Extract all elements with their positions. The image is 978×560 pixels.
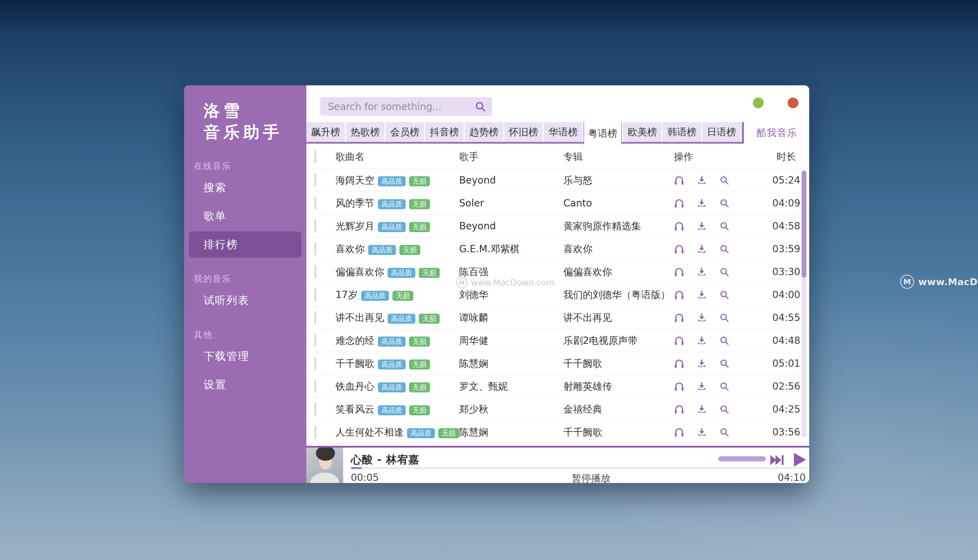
listen-icon[interactable] <box>674 381 685 392</box>
play-icon[interactable] <box>789 450 809 470</box>
lossless-badge: 无损 <box>419 268 440 278</box>
download-icon[interactable] <box>696 358 707 369</box>
download-icon[interactable] <box>696 381 707 392</box>
tab-korean[interactable]: 韩语榜 <box>663 122 701 142</box>
song-artist: 郑少秋 <box>459 403 563 416</box>
listen-icon[interactable] <box>674 221 685 232</box>
download-icon[interactable] <box>696 335 707 346</box>
tab-douyin[interactable]: 抖音榜 <box>425 122 464 142</box>
scrollbar-thumb[interactable] <box>802 171 806 278</box>
tab-mandarin[interactable]: 华语榜 <box>544 122 582 142</box>
search-song-icon[interactable] <box>719 427 730 438</box>
listen-icon[interactable] <box>674 335 685 346</box>
quality-badge: 高品质 <box>378 199 406 209</box>
song-duration: 03:56 <box>766 427 807 438</box>
download-icon[interactable] <box>696 221 707 232</box>
song-badges: 高品质无损 <box>374 335 430 347</box>
tab-cantonese[interactable]: 粤语榜 <box>583 122 622 145</box>
tab-nostalgia[interactable]: 怀旧榜 <box>504 122 543 142</box>
row-checkbox[interactable] <box>315 243 316 255</box>
listen-icon[interactable] <box>674 312 685 323</box>
listen-icon[interactable] <box>674 267 685 277</box>
minimize-button[interactable] <box>753 97 764 108</box>
row-checkbox[interactable] <box>315 265 316 278</box>
download-icon[interactable] <box>696 175 707 186</box>
tab-source-divider <box>742 122 744 143</box>
search-song-icon[interactable] <box>719 312 730 323</box>
volume-slider[interactable] <box>718 456 766 462</box>
download-icon[interactable] <box>696 289 707 300</box>
lossless-badge: 无损 <box>419 314 440 324</box>
progress-fill <box>351 467 362 469</box>
row-checkbox[interactable] <box>315 403 316 416</box>
row-checkbox[interactable] <box>315 311 316 324</box>
sidebar-item-ranking[interactable]: 排行榜 <box>189 232 301 258</box>
listen-icon[interactable] <box>674 358 685 369</box>
row-checkbox[interactable] <box>315 380 316 393</box>
song-badges: 高品质无损 <box>374 403 430 415</box>
search-song-icon[interactable] <box>719 175 730 186</box>
search-box[interactable] <box>320 97 492 116</box>
row-checkbox[interactable] <box>315 197 316 210</box>
quality-badge: 高品质 <box>378 176 406 186</box>
table-row: 千千阙歌 高品质无损 陈慧娴 千千阙歌 05:01 <box>306 352 809 375</box>
sidebar-item-settings[interactable]: 设置 <box>189 372 301 398</box>
row-checkbox[interactable] <box>315 174 316 187</box>
tab-hot-songs[interactable]: 热歌榜 <box>346 122 385 142</box>
song-badges: 高品质无损 <box>374 197 430 209</box>
sidebar-item-search[interactable]: 搜索 <box>189 175 301 201</box>
listen-icon[interactable] <box>674 404 685 415</box>
sidebar-item-playlists[interactable]: 歌单 <box>189 203 301 229</box>
search-song-icon[interactable] <box>719 381 730 392</box>
search-song-icon[interactable] <box>719 335 730 346</box>
listen-icon[interactable] <box>674 289 685 300</box>
row-checkbox[interactable] <box>315 334 316 347</box>
row-checkbox[interactable] <box>315 288 316 301</box>
download-icon[interactable] <box>696 198 707 208</box>
tab-western[interactable]: 欧美榜 <box>623 122 662 142</box>
download-icon[interactable] <box>696 312 707 323</box>
song-duration: 02:56 <box>766 381 807 392</box>
song-badges: 高品质无损 <box>374 381 430 392</box>
search-song-icon[interactable] <box>719 289 730 300</box>
scrollbar-track[interactable] <box>802 170 806 437</box>
sidebar-item-listen-list[interactable]: 试听列表 <box>189 287 301 314</box>
download-icon[interactable] <box>696 427 707 438</box>
download-icon[interactable] <box>696 243 707 254</box>
search-icon[interactable] <box>474 100 486 113</box>
download-icon[interactable] <box>696 267 707 277</box>
select-all-checkbox[interactable] <box>315 150 316 163</box>
search-song-icon[interactable] <box>719 358 730 369</box>
search-song-icon[interactable] <box>719 221 730 232</box>
listen-icon[interactable] <box>674 243 685 254</box>
search-song-icon[interactable] <box>719 198 730 208</box>
download-icon[interactable] <box>696 404 707 415</box>
search-song-icon[interactable] <box>719 267 730 277</box>
tab-trend[interactable]: 趋势榜 <box>465 122 503 142</box>
tab-source-kuwo[interactable]: 酷我音乐 <box>745 122 809 143</box>
total-duration: 04:10 <box>777 472 806 483</box>
lossless-badge: 无损 <box>409 337 430 347</box>
search-song-icon[interactable] <box>719 404 730 415</box>
listen-icon[interactable] <box>674 198 685 208</box>
tab-soaring[interactable]: 飙升榜 <box>306 122 345 142</box>
row-checkbox[interactable] <box>315 426 316 438</box>
progress-bar[interactable] <box>351 467 807 469</box>
sidebar-item-download-manager[interactable]: 下载管理 <box>189 343 301 370</box>
close-button[interactable] <box>788 97 798 108</box>
row-checkbox[interactable] <box>315 357 316 370</box>
tab-vip[interactable]: 会员榜 <box>386 122 424 142</box>
playback-status[interactable]: 暂停播放 <box>550 472 633 483</box>
row-checkbox[interactable] <box>315 220 316 232</box>
search-song-icon[interactable] <box>719 243 730 254</box>
listen-icon[interactable] <box>674 175 685 186</box>
song-table: 歌曲名 歌手 专辑 操作 时长 海阔天空 高品质无损 Beyond 乐与怒 <box>306 145 809 446</box>
table-row: 笑看风云 高品质无损 郑少秋 金禧经典 04:25 <box>306 398 809 420</box>
header-duration: 时长 <box>766 150 807 163</box>
skip-next-icon[interactable] <box>768 452 786 469</box>
song-badges: 高品质无损 <box>374 358 430 370</box>
search-input[interactable] <box>320 101 474 112</box>
song-artist: Soler <box>459 197 563 209</box>
listen-icon[interactable] <box>674 427 685 438</box>
tab-japanese[interactable]: 日语榜 <box>702 122 741 142</box>
